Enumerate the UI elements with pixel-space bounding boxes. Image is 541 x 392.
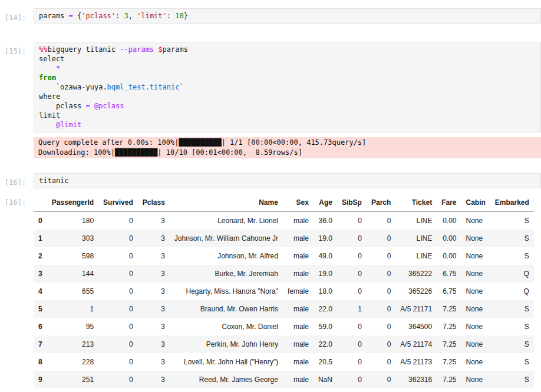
table-cell: None [461, 212, 490, 230]
code-line: where [39, 92, 536, 101]
table-cell: male [283, 371, 314, 388]
code-cell-15: [15]: %%bigquery titanic --params $param… [0, 42, 541, 132]
table-cell: male [283, 335, 314, 353]
row-index: 2 [34, 247, 47, 265]
dataframe-table: PassengerIdSurvivedPclassNameSexAgeSibSp… [34, 194, 534, 388]
table-cell: 0 [98, 283, 138, 300]
table-cell: 22.0 [314, 335, 337, 353]
table-cell: 362316 [395, 371, 437, 388]
execution-count-14: [14]: [0, 8, 34, 22]
table-header-row: PassengerIdSurvivedPclassNameSexAgeSibSp… [34, 194, 534, 212]
table-cell: None [461, 353, 490, 371]
column-header: SibSp [337, 194, 367, 212]
dataframe-output-area: PassengerIdSurvivedPclassNameSexAgeSibSp… [34, 194, 541, 388]
code-line: * [39, 64, 536, 73]
row-index: 9 [34, 371, 47, 388]
table-cell: 180 [47, 212, 98, 230]
table-cell: Johnson, Mr. Alfred [170, 247, 283, 265]
table-cell: S [490, 230, 534, 247]
table-cell: 3 [138, 230, 170, 247]
column-header: Fare [437, 194, 461, 212]
table-cell: 7.25 [437, 371, 461, 388]
table-cell: 19.0 [314, 230, 337, 247]
notebook: [14]: params = {'pclass': 3, 'limit': 10… [0, 8, 541, 388]
code-editor-14[interactable]: params = {'pclass': 3, 'limit': 10} [34, 8, 541, 24]
table-cell: Leonard, Mr. Lionel [170, 212, 283, 230]
table-cell: 0 [337, 265, 367, 283]
table-cell: 0 [367, 230, 395, 247]
code-line: pclass = @pclass [39, 101, 536, 111]
table-row: 822803Lovell, Mr. John Hall ("Henry")mal… [34, 353, 534, 371]
table-cell: Braund, Mr. Owen Harris [170, 300, 283, 318]
code-editor-15[interactable]: %%bigquery titanic --params $paramsselec… [34, 42, 541, 132]
code-line: titanic [39, 176, 536, 185]
table-cell: 0 [367, 371, 395, 388]
progress-line: Query complete after 0.00s: 100%|███████… [38, 138, 536, 148]
table-cell: S [490, 318, 534, 335]
table-cell: 0 [367, 318, 395, 335]
table-cell: LINE [395, 212, 437, 230]
code-line: @limit [39, 120, 536, 129]
table-cell: LINE [395, 230, 437, 247]
code-editor-16[interactable]: titanic [34, 173, 541, 188]
table-cell: 19.0 [314, 265, 337, 283]
table-cell: A/5 21173 [395, 353, 437, 371]
execution-count-16: [16]: [0, 173, 34, 187]
row-index: 5 [34, 300, 47, 318]
table-cell: 0 [98, 265, 138, 283]
query-progress-stderr: Query complete after 0.00s: 100%|███████… [34, 137, 541, 158]
table-cell: S [490, 247, 534, 265]
table-cell: LINE [395, 247, 437, 265]
table-row: 5103Braund, Mr. Owen Harrismale22.010A/5… [34, 300, 534, 318]
table-cell: Reed, Mr. James George [170, 371, 283, 388]
table-cell: 0 [98, 300, 138, 318]
table-cell: 0 [98, 353, 138, 371]
code-line: `ozawa-yuya.bqml_test.titanic` [39, 82, 536, 92]
table-cell: Q [490, 283, 534, 300]
table-cell: None [461, 300, 490, 318]
table-cell: 365226 [395, 283, 437, 300]
table-cell: S [490, 212, 534, 230]
table-cell: Perkin, Mr. John Henry [170, 335, 283, 353]
code-line: %%bigquery titanic --params $params [39, 45, 536, 54]
table-cell: 0 [367, 335, 395, 353]
table-cell: 0 [367, 247, 395, 265]
row-index: 6 [34, 318, 47, 335]
table-cell: Q [490, 265, 534, 283]
table-cell: 0 [98, 318, 138, 335]
table-cell: 0 [337, 318, 367, 335]
table-cell: 303 [47, 230, 98, 247]
row-index: 3 [34, 265, 47, 283]
table-cell: 7.25 [437, 353, 461, 371]
table-cell: male [283, 230, 314, 247]
table-row: 465503Hegarty, Miss. Hanora "Nora"female… [34, 283, 534, 300]
table-cell: 0 [367, 353, 395, 371]
table-cell: 0 [98, 371, 138, 388]
stderr-output-row: Query complete after 0.00s: 100%|███████… [0, 137, 541, 158]
table-cell: None [461, 371, 490, 388]
table-cell: None [461, 265, 490, 283]
row-index: 7 [34, 335, 47, 353]
table-cell: 7.25 [437, 318, 461, 335]
stderr-prompt-gutter [0, 137, 34, 142]
table-row: 314403Burke, Mr. Jeremiahmale19.00036522… [34, 265, 534, 283]
table-cell: 251 [47, 371, 98, 388]
table-cell: A/5 21171 [395, 300, 437, 318]
row-index: 1 [34, 230, 47, 247]
table-cell: male [283, 300, 314, 318]
table-cell: 0 [98, 335, 138, 353]
table-cell: 6.75 [437, 265, 461, 283]
table-cell: S [490, 300, 534, 318]
table-cell: male [283, 212, 314, 230]
table-cell: 49.0 [314, 247, 337, 265]
table-cell: 0 [337, 247, 367, 265]
code-line: limit [39, 111, 536, 120]
table-cell: 3 [138, 247, 170, 265]
code-cell-16: [16]: titanic [0, 173, 541, 188]
table-cell: 7.25 [437, 335, 461, 353]
table-cell: Burke, Mr. Jeremiah [170, 265, 283, 283]
table-cell: 3 [138, 300, 170, 318]
table-cell: 3 [138, 371, 170, 388]
table-cell: None [461, 318, 490, 335]
table-cell: 3 [138, 335, 170, 353]
